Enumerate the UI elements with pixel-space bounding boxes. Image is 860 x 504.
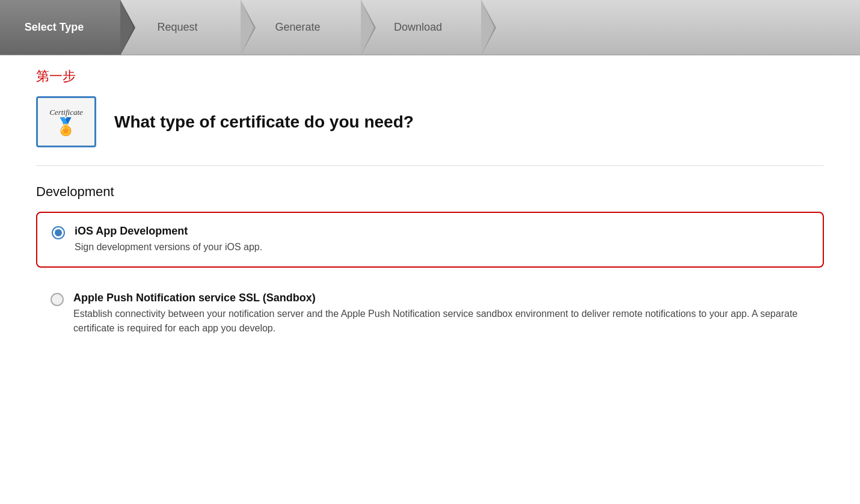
wizard-step-label: Download [394, 21, 442, 34]
option-desc-ios-app-dev: Sign development versions of your iOS ap… [75, 240, 808, 254]
option-content-ios-app-dev: iOS App Development Sign development ver… [75, 225, 808, 254]
option-content-apns-sandbox: Apple Push Notification service SSL (San… [73, 292, 809, 336]
page-body: 第一步 Certificate 🏅 What type of certifica… [0, 55, 860, 378]
wizard-step-request[interactable]: Request [120, 0, 241, 55]
wizard-step-select-type[interactable]: Select Type [0, 0, 120, 55]
certificate-icon: Certificate 🏅 [36, 96, 96, 147]
wizard-step-generate[interactable]: Generate [241, 0, 361, 55]
radio-apns-sandbox[interactable] [51, 293, 64, 306]
option-title-apns-sandbox: Apple Push Notification service SSL (San… [73, 292, 809, 304]
option-title-ios-app-dev: iOS App Development [75, 225, 808, 238]
step-label: 第一步 [36, 67, 824, 85]
wizard-step-download[interactable]: Download [361, 0, 481, 55]
divider [36, 165, 824, 166]
option-ios-app-development[interactable]: iOS App Development Sign development ver… [36, 212, 824, 268]
option-desc-apns-sandbox: Establish connectivity between your noti… [73, 307, 809, 336]
wizard-step-label: Generate [275, 21, 320, 34]
wizard-header: Select Type Request Generate Download [0, 0, 860, 55]
radio-ios-app-development[interactable] [52, 226, 65, 239]
wizard-step-label: Select Type [25, 21, 84, 34]
section-title: Development [36, 184, 824, 200]
page-title: What type of certificate do you need? [114, 112, 414, 132]
cert-header: Certificate 🏅 What type of certificate d… [36, 96, 824, 147]
option-apns-sandbox[interactable]: Apple Push Notification service SSL (San… [36, 280, 824, 348]
wizard-step-label: Request [157, 21, 197, 34]
